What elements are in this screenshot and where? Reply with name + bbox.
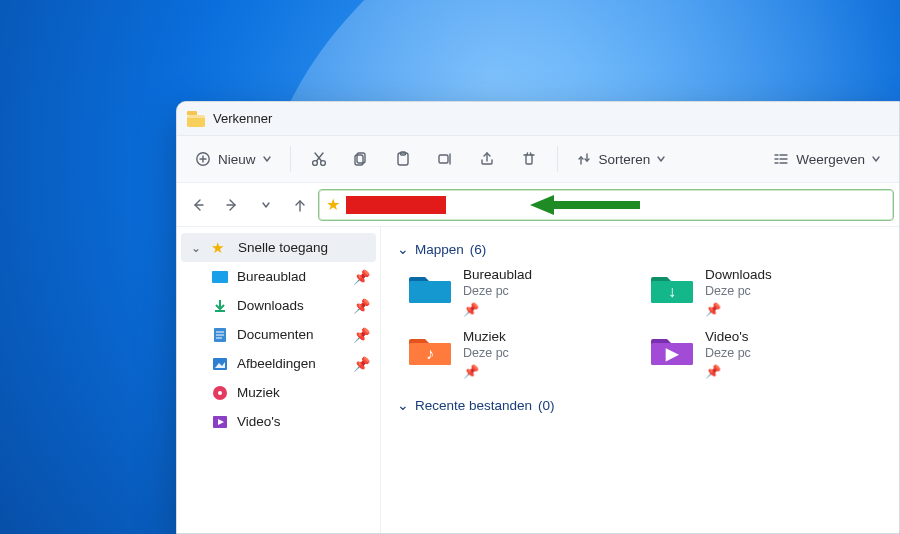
sidebar-item-pictures[interactable]: Afbeeldingen 📌 [177,349,380,378]
sidebar: ⌄ ★ Snelle toegang Bureaublad 📌 Download… [177,227,381,533]
chevron-down-icon [656,154,666,164]
sort-icon [576,151,592,167]
section-label: Mappen [415,242,464,257]
folder-name: Video's [705,329,751,344]
sidebar-item-label: Documenten [237,327,345,342]
star-icon: ★ [326,195,340,214]
sidebar-item-label: Bureaublad [237,269,345,284]
share-icon [478,150,496,168]
sidebar-item-videos[interactable]: Video's [177,407,380,436]
sort-button-label: Sorteren [599,152,651,167]
address-text-redacted [346,196,446,214]
pin-icon: 📌 [463,302,532,317]
explorer-window: Verkenner Nieuw [176,101,900,534]
body-area: ⌄ ★ Snelle toegang Bureaublad 📌 Download… [177,227,899,533]
folder-name: Muziek [463,329,509,344]
history-dropdown[interactable] [251,190,281,220]
copy-icon [352,150,370,168]
view-icon [773,151,789,167]
up-button[interactable] [285,190,315,220]
new-button[interactable]: Nieuw [185,142,282,176]
download-icon [211,297,229,315]
content-pane: ⌄ Mappen (6) Bureaublad Deze pc 📌 ↓ [381,227,899,533]
svg-point-36 [218,391,222,395]
chevron-down-icon: ⌄ [191,241,203,255]
pin-icon: 📌 [353,327,370,343]
sidebar-item-label: Afbeeldingen [237,356,345,371]
music-icon [211,384,229,402]
folder-icon: ▶ [649,329,695,369]
sidebar-item-quick-access[interactable]: ⌄ ★ Snelle toegang [181,233,376,262]
folder-sub: Deze pc [463,346,509,360]
app-title: Verkenner [213,111,272,126]
svg-line-14 [527,153,528,155]
chevron-down-icon [262,154,272,164]
forward-button[interactable] [217,190,247,220]
share-button[interactable] [467,142,507,176]
svg-marker-26 [530,195,554,215]
folder-grid: Bureaublad Deze pc 📌 ↓ Downloads Deze pc… [407,267,885,379]
section-label: Recente bestanden [415,398,532,413]
folder-tile[interactable]: Bureaublad Deze pc 📌 [407,267,627,317]
folder-tile[interactable]: ▶ Video's Deze pc 📌 [649,329,869,379]
section-recent-header[interactable]: ⌄ Recente bestanden (0) [397,397,885,413]
paste-button[interactable] [383,142,423,176]
address-bar[interactable]: ★ [319,190,893,220]
folder-name: Bureaublad [463,267,532,282]
video-icon [211,413,229,431]
toolbar: Nieuw [177,136,899,183]
svg-line-15 [530,153,531,155]
folder-icon: ♪ [407,329,453,369]
chevron-down-icon [260,199,272,211]
sidebar-item-desktop[interactable]: Bureaublad 📌 [177,262,380,291]
pin-icon: 📌 [353,298,370,314]
sidebar-item-label: Muziek [237,385,370,400]
pin-icon: 📌 [463,364,509,379]
pictures-icon [211,355,229,373]
sidebar-item-label: Video's [237,414,370,429]
sidebar-item-label: Snelle toegang [238,240,366,255]
view-button-label: Weergeven [796,152,865,167]
folder-name: Downloads [705,267,772,282]
sidebar-item-documents[interactable]: Documenten 📌 [177,320,380,349]
folder-sub: Deze pc [705,284,772,298]
titlebar[interactable]: Verkenner [177,102,899,136]
arrow-left-icon [190,197,206,213]
delete-button[interactable] [509,142,549,176]
sidebar-item-label: Downloads [237,298,345,313]
folder-icon [407,267,453,307]
folder-tile[interactable]: ↓ Downloads Deze pc 📌 [649,267,869,317]
star-icon: ★ [211,239,224,257]
desktop-icon [211,268,229,286]
new-button-label: Nieuw [218,152,256,167]
pin-icon: 📌 [353,356,370,372]
cut-icon [310,150,328,168]
section-folders-header[interactable]: ⌄ Mappen (6) [397,241,885,257]
back-button[interactable] [183,190,213,220]
svg-rect-27 [212,271,228,283]
document-icon [211,326,229,344]
arrow-up-icon [292,197,308,213]
view-button[interactable]: Weergeven [763,142,891,176]
navigation-row: ★ [177,183,899,227]
copy-button[interactable] [341,142,381,176]
pin-icon: 📌 [705,302,772,317]
chevron-down-icon: ⌄ [397,241,409,257]
folder-icon: ↓ [649,267,695,307]
chevron-down-icon [871,154,881,164]
pin-icon: 📌 [705,364,751,379]
sidebar-item-downloads[interactable]: Downloads 📌 [177,291,380,320]
rename-icon [436,150,454,168]
cut-button[interactable] [299,142,339,176]
rename-button[interactable] [425,142,465,176]
section-count: (0) [538,398,555,413]
sidebar-item-music[interactable]: Muziek [177,378,380,407]
svg-text:♪: ♪ [426,345,434,362]
section-count: (6) [470,242,487,257]
sort-button[interactable]: Sorteren [566,142,677,176]
toolbar-separator [290,146,291,172]
folder-tile[interactable]: ♪ Muziek Deze pc 📌 [407,329,627,379]
svg-text:▶: ▶ [665,345,679,362]
trash-icon [520,150,538,168]
folder-sub: Deze pc [705,346,751,360]
